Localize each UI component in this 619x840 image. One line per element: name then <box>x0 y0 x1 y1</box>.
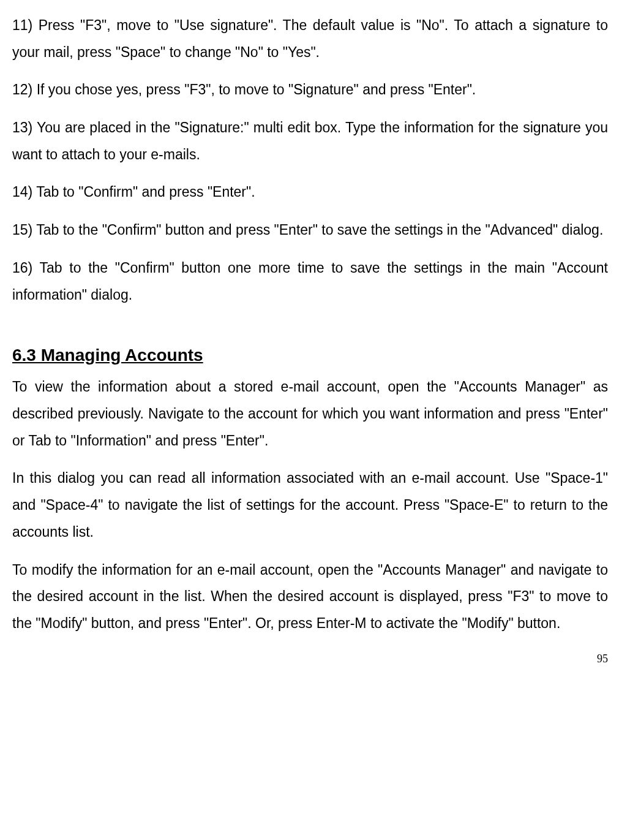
step-11-text: 11) Press "F3", move to "Use signature".… <box>12 12 608 66</box>
step-15-text: 15) Tab to the "Confirm" button and pres… <box>12 217 608 244</box>
page-number: 95 <box>12 648 608 669</box>
section-heading-6-3: 6.3 Managing Accounts <box>12 339 608 371</box>
section-body-1: To view the information about a stored e… <box>12 374 608 454</box>
step-13-text: 13) You are placed in the "Signature:" m… <box>12 115 608 168</box>
step-12-text: 12) If you chose yes, press "F3", to mov… <box>12 77 608 104</box>
step-16-text: 16) Tab to the "Confirm" button one more… <box>12 255 608 308</box>
section-body-3: To modify the information for an e-mail … <box>12 557 608 637</box>
step-14-text: 14) Tab to "Confirm" and press "Enter". <box>12 179 608 206</box>
section-body-2: In this dialog you can read all informat… <box>12 465 608 545</box>
